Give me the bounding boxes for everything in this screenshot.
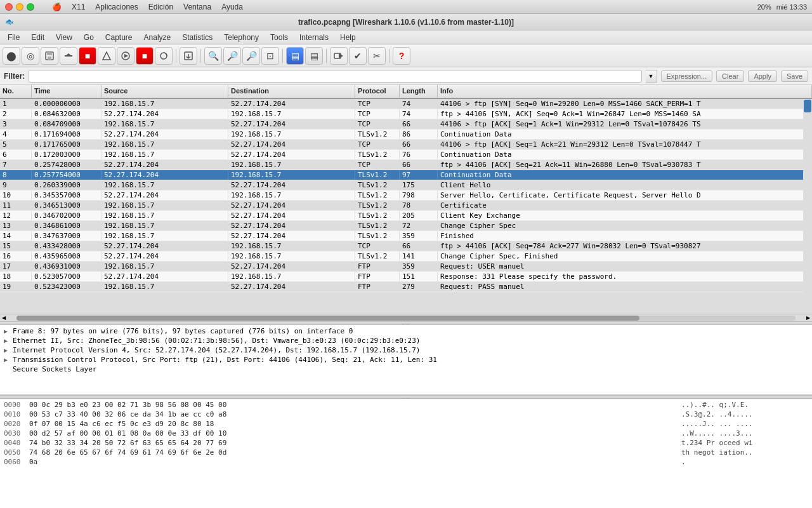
- col-header-destination[interactable]: Destination: [228, 85, 355, 98]
- packet-row[interactable]: 10 0.345357000 52.27.174.204 192.168.15.…: [0, 190, 812, 201]
- packet-row[interactable]: 4 0.171694000 52.27.174.204 192.168.15.7…: [0, 130, 812, 140]
- detail-row[interactable]: Secure Sockets Layer: [0, 364, 812, 374]
- toolbar-scissors[interactable]: ✂: [368, 47, 386, 65]
- scroll-right-btn[interactable]: ▶: [804, 314, 812, 322]
- packet-row[interactable]: 1 0.000000000 192.168.15.7 52.27.174.204…: [0, 99, 812, 109]
- cell-no: 14: [0, 231, 32, 241]
- packet-row[interactable]: 19 0.523423000 192.168.15.7 52.27.174.20…: [0, 282, 812, 292]
- vertical-scrollbar[interactable]: [803, 99, 812, 314]
- expand-icon[interactable]: ▶: [4, 337, 13, 344]
- packet-row[interactable]: 6 0.172003000 192.168.15.7 52.27.174.204…: [0, 150, 812, 160]
- menu-go[interactable]: Go: [79, 32, 99, 43]
- expand-icon[interactable]: ▶: [4, 347, 13, 354]
- packet-list-header: No. Time Source Destination Protocol Len…: [0, 85, 812, 99]
- col-header-no[interactable]: No.: [0, 85, 32, 98]
- menu-help[interactable]: Help: [335, 32, 361, 43]
- maximize-window-btn[interactable]: [27, 3, 34, 11]
- minimize-window-btn[interactable]: [16, 3, 23, 11]
- packet-row[interactable]: 14 0.347637000 192.168.15.7 52.27.174.20…: [0, 231, 812, 241]
- scroll-thumb[interactable]: [16, 316, 639, 321]
- packet-row[interactable]: 16 0.435965000 52.27.174.204 192.168.15.…: [0, 251, 812, 262]
- toolbar-save-as[interactable]: [180, 47, 197, 65]
- packet-row[interactable]: 11 0.346513000 192.168.15.7 52.27.174.20…: [0, 201, 812, 211]
- toolbar-zoom-in[interactable]: 🔍: [204, 47, 222, 65]
- col-header-info[interactable]: Info: [438, 85, 812, 98]
- col-header-source[interactable]: Source: [102, 85, 228, 98]
- menu-statistics[interactable]: Statistics: [177, 32, 218, 43]
- cell-length: 72: [400, 221, 438, 231]
- toolbar-fit[interactable]: ⊡: [261, 47, 279, 65]
- packet-row[interactable]: 15 0.433428000 52.27.174.204 192.168.15.…: [0, 241, 812, 251]
- detail-row[interactable]: ▶Ethernet II, Src: ZhoneTec_3b:98:56 (00…: [0, 336, 812, 345]
- col-header-protocol[interactable]: Protocol: [355, 85, 400, 98]
- menu-analyze[interactable]: Analyze: [139, 32, 176, 43]
- packet-list-body[interactable]: 1 0.000000000 192.168.15.7 52.27.174.204…: [0, 99, 812, 314]
- mac-menu-apps[interactable]: Aplicaciones: [95, 3, 138, 11]
- packet-row[interactable]: 5 0.171765000 192.168.15.7 52.27.174.204…: [0, 140, 812, 150]
- toolbar-help[interactable]: ?: [393, 47, 410, 65]
- col-header-time[interactable]: Time: [32, 85, 102, 98]
- cell-length: 76: [400, 150, 438, 159]
- toolbar-zoom-reset[interactable]: 🔎: [242, 47, 260, 65]
- expression-btn[interactable]: Expression...: [661, 70, 713, 82]
- mac-menu-help[interactable]: Ayuda: [221, 3, 243, 11]
- detail-row[interactable]: ▶Frame 8: 97 bytes on wire (776 bits), 9…: [0, 326, 812, 336]
- menu-capture[interactable]: Capture: [100, 32, 138, 43]
- menu-tools[interactable]: Tools: [265, 32, 293, 43]
- detail-row[interactable]: ▶Internet Protocol Version 4, Src: 52.27…: [0, 345, 812, 355]
- menu-view[interactable]: View: [51, 32, 77, 43]
- cell-info: Change Cipher Spec, Finished: [438, 251, 812, 261]
- expand-icon[interactable]: ▶: [4, 356, 13, 363]
- cell-source: 52.27.174.204: [102, 160, 228, 170]
- toolbar-stop[interactable]: ■: [136, 47, 154, 65]
- packet-row[interactable]: 17 0.436931000 192.168.15.7 52.27.174.20…: [0, 262, 812, 272]
- save-btn[interactable]: Save: [781, 70, 808, 82]
- toolbar-start[interactable]: [117, 47, 134, 65]
- scroll-left-btn[interactable]: ◀: [0, 314, 8, 322]
- toolbar-close[interactable]: [60, 47, 77, 65]
- expand-icon[interactable]: ▶: [4, 328, 13, 335]
- cell-info: Change Cipher Spec: [438, 221, 812, 231]
- filter-dropdown-btn[interactable]: ▼: [646, 70, 657, 83]
- horizontal-scrollbar[interactable]: ◀ ▶: [0, 314, 812, 321]
- cell-protocol: TLSv1.2: [355, 201, 400, 210]
- toolbar-checkmark[interactable]: ✔: [349, 47, 367, 65]
- col-header-length[interactable]: Length: [400, 85, 438, 98]
- toolbar-color2[interactable]: ▤: [305, 47, 323, 65]
- detail-row[interactable]: ▶Transmission Control Protocol, Src Port…: [0, 355, 812, 364]
- apple-menu[interactable]: 🍎: [52, 3, 62, 11]
- packet-row[interactable]: 9 0.260339000 192.168.15.7 52.27.174.204…: [0, 180, 812, 190]
- apply-btn[interactable]: Apply: [748, 70, 777, 82]
- clear-btn[interactable]: Clear: [716, 70, 744, 82]
- toolbar-save[interactable]: [41, 47, 58, 65]
- app-icon: 🐟: [5, 18, 14, 26]
- packet-row[interactable]: 3 0.084709000 192.168.15.7 52.27.174.204…: [0, 119, 812, 130]
- mac-menu-edit[interactable]: Edición: [148, 3, 173, 11]
- toolbar-zoom-out[interactable]: 🔎: [223, 47, 241, 65]
- mac-menu-window[interactable]: Ventana: [183, 3, 211, 11]
- toolbar-new-capture[interactable]: ⬤: [3, 47, 20, 65]
- packet-row[interactable]: 18 0.523057000 52.27.174.204 192.168.15.…: [0, 272, 812, 282]
- filter-input[interactable]: [29, 70, 641, 83]
- packet-row[interactable]: 2 0.084632000 52.27.174.204 192.168.15.7…: [0, 109, 812, 119]
- hex-bytes: 00 0c 29 b3 e0 23 00 02 71 3b 98 56 08 0…: [29, 400, 681, 410]
- toolbar-options[interactable]: [98, 47, 115, 65]
- menu-file[interactable]: File: [3, 32, 25, 43]
- cell-info: Certificate: [438, 201, 812, 210]
- packet-row[interactable]: 7 0.257428000 52.27.174.204 192.168.15.7…: [0, 160, 812, 170]
- scrollbar-thumb[interactable]: [804, 100, 811, 112]
- close-window-btn[interactable]: [5, 3, 13, 11]
- menu-edit[interactable]: Edit: [26, 32, 49, 43]
- packet-row[interactable]: 8 0.257754000 52.27.174.204 192.168.15.7…: [0, 170, 812, 180]
- toolbar-open[interactable]: ◎: [22, 47, 39, 65]
- toolbar-reload[interactable]: ■: [79, 47, 96, 65]
- packet-row[interactable]: 12 0.346702000 192.168.15.7 52.27.174.20…: [0, 211, 812, 221]
- toolbar-color1[interactable]: ▤: [286, 47, 304, 65]
- menu-telephony[interactable]: Telephony: [219, 32, 264, 43]
- toolbar-restart[interactable]: [155, 47, 173, 65]
- cell-info: Server Hello, Certificate, Certificate R…: [438, 190, 812, 200]
- menu-internals[interactable]: Internals: [294, 32, 334, 43]
- mac-menu-x11[interactable]: X11: [72, 3, 85, 11]
- packet-row[interactable]: 13 0.346861000 192.168.15.7 52.27.174.20…: [0, 221, 812, 231]
- toolbar-back[interactable]: [330, 47, 348, 65]
